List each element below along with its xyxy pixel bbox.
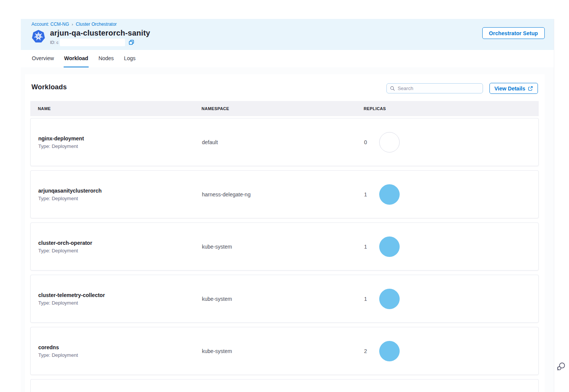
table-header: NAME NAMESPACE REPLICAS [30,101,539,116]
page-header: Account: CCM-NG › Cluster Orchestrator [21,19,554,50]
workload-name: coredns [38,344,202,350]
replica-status-circle [379,132,400,152]
right-gutter [554,19,569,392]
workload-table-row[interactable]: cluster-orch-operator Type: Deployment k… [30,222,539,271]
external-link-icon [528,86,533,91]
breadcrumb-account[interactable]: Account: CCM-NG [31,22,69,27]
tab-nodes[interactable]: Nodes [98,50,114,67]
replica-count: 1 [364,244,379,250]
chat-feedback-button[interactable] [555,361,567,372]
workload-namespace: kube-system [202,244,364,250]
tab-workload[interactable]: Workload [64,50,89,67]
workload-type: Type: Deployment [38,196,202,201]
workload-name: nginx-deployment [38,135,202,142]
replica-count: 1 [364,296,379,302]
replica-status-circle [379,341,400,361]
column-header-namespace: NAMESPACE [202,106,364,111]
workload-namespace: kube-system [202,296,364,302]
replica-status-circle [379,289,400,309]
breadcrumb-separator-icon: › [72,22,73,26]
chat-bubbles-icon [556,361,566,371]
search-icon [390,86,395,91]
workload-type: Type: Deployment [38,352,202,358]
tab-logs[interactable]: Logs [123,50,136,67]
workload-table-row-partial[interactable] [30,379,539,392]
replica-status-circle [379,184,400,205]
replica-count: 1 [364,191,379,198]
workload-name: cluster-telemetry-collector [38,292,202,298]
workload-type: Type: Deployment [38,248,202,254]
replica-count: 2 [364,348,379,354]
tab-bar: Overview Workload Nodes Logs [21,50,554,67]
workload-namespace: kube-system [202,348,364,354]
title-row: arjun-qa-clusterorch-sanity ID: c [31,29,545,46]
view-details-label: View Details [494,86,525,92]
kubernetes-icon [31,30,45,44]
workloads-panel: Workloads View Details NAME NAMESPACE RE… [25,74,545,392]
workload-name: cluster-orch-operator [38,240,202,246]
search-input[interactable] [398,86,480,91]
workload-table-row[interactable]: cluster-telemetry-collector Type: Deploy… [30,275,539,323]
breadcrumb: Account: CCM-NG › Cluster Orchestrator [31,22,545,27]
cluster-id-redacted-value [60,39,125,46]
workload-type: Type: Deployment [38,300,202,306]
view-details-button[interactable]: View Details [489,83,538,94]
replica-count: 0 [364,139,379,145]
workload-type: Type: Deployment [38,143,202,149]
orchestrator-setup-button[interactable]: Orchestrator Setup [482,27,545,39]
cluster-orchestrator-page: Account: CCM-NG › Cluster Orchestrator [0,0,569,392]
copy-id-icon[interactable] [129,40,134,45]
workload-namespace: default [202,139,364,145]
workload-name: arjunqasanityclusterorch [38,188,202,194]
cluster-id-label: ID: c [50,40,59,45]
breadcrumb-cluster-orchestrator[interactable]: Cluster Orchestrator [76,22,117,27]
workload-namespace: harness-delegate-ng [202,191,364,198]
workloads-title: Workloads [31,83,67,91]
column-header-replicas: REPLICAS [364,106,539,111]
workload-table-row[interactable]: arjunqasanityclusterorch Type: Deploymen… [30,170,539,218]
page-title: arjun-qa-clusterorch-sanity [50,29,150,37]
workload-table-row[interactable]: coredns Type: Deployment kube-system 2 [30,327,539,375]
replica-status-circle [379,236,400,257]
search-box[interactable] [386,83,483,93]
tab-overview[interactable]: Overview [31,50,54,67]
workload-row-list: nginx-deployment Type: Deployment defaul… [30,118,539,392]
workload-table-row[interactable]: nginx-deployment Type: Deployment defaul… [30,118,539,166]
column-header-name: NAME [38,106,202,111]
